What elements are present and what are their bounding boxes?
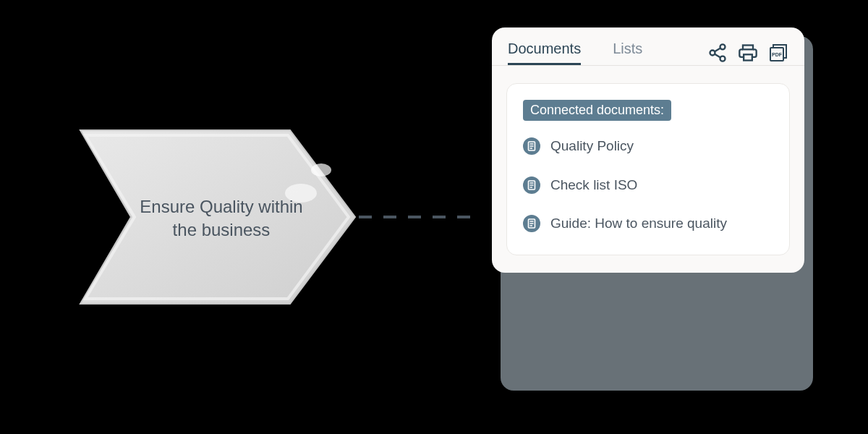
share-icon[interactable] [707,43,728,63]
process-arrow-label: Ensure Quality within the business [127,195,315,242]
svg-line-6 [715,48,720,52]
document-item[interactable]: Guide: How to ensure quality [523,214,773,233]
svg-line-7 [715,54,720,58]
svg-text:PDF: PDF [772,52,783,57]
tab-divider [492,65,804,66]
svg-rect-8 [743,46,753,50]
connector-line [359,216,478,218]
document-item[interactable]: Quality Policy [523,137,773,156]
document-label: Quality Policy [550,137,634,156]
document-item[interactable]: Check list ISO [523,176,773,195]
document-icon [523,176,540,194]
print-icon[interactable] [738,43,758,63]
document-icon [523,137,540,155]
documents-panel: Documents Lists [492,27,804,273]
document-label: Check list ISO [550,176,637,195]
connected-documents-card: Connected documents: Quality Policy Chec… [506,83,790,255]
pdf-icon[interactable]: PDF [768,43,788,63]
svg-point-4 [710,51,715,56]
svg-rect-9 [744,54,752,60]
document-label: Guide: How to ensure quality [550,214,727,233]
section-title-chip: Connected documents: [523,100,671,121]
svg-point-0 [311,163,331,176]
svg-point-3 [720,44,726,49]
tab-lists[interactable]: Lists [613,41,642,65]
svg-point-5 [720,56,726,61]
document-icon [523,215,540,232]
tab-bar: Documents Lists [492,27,804,65]
process-arrow[interactable]: Ensure Quality within the business [77,127,359,307]
tab-documents[interactable]: Documents [508,41,581,65]
